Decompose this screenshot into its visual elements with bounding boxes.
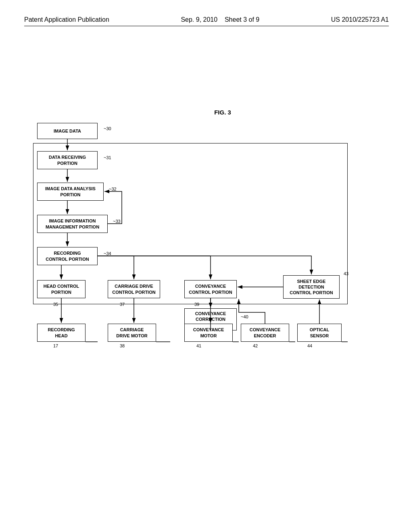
ref-33: ~33 [113, 219, 121, 224]
page: Patent Application Publication Sep. 9, 2… [0, 0, 413, 532]
box-carriage-drive: CARRIAGE DRIVECONTROL PORTION [108, 280, 160, 298]
ref-39: 39 [194, 302, 199, 307]
figure-label: FIG. 3 [56, 109, 389, 116]
header-patent-number: US 2010/225723 A1 [331, 16, 389, 23]
page-header: Patent Application Publication Sep. 9, 2… [24, 16, 389, 26]
box-sheet-edge: SHEET EDGEDETECTIONCONTROL PORTION [283, 275, 340, 299]
box-conveyance-encoder: CONVEYANCEENCODER [241, 324, 289, 342]
ref-34: ~34 [104, 251, 111, 256]
ref-41: 41 [196, 343, 201, 348]
box-head-control: HEAD CONTROLPORTION [37, 280, 86, 298]
ref-30: ~30 [104, 126, 111, 131]
header-date: Sep. 9, 2010 Sheet 3 of 9 [181, 16, 259, 23]
flowchart: IMAGE DATA ~30 DATA RECEIVINGPORTION ~31… [33, 123, 380, 349]
ref-43: 43 [344, 271, 348, 276]
box-conveyance-motor: CONVEYANCEMOTOR [184, 324, 233, 342]
ref-44: 44 [307, 343, 312, 348]
ref-31: ~31 [104, 155, 111, 160]
ref-35: 35 [53, 302, 58, 307]
ref-42: 42 [253, 343, 258, 348]
box-image-analysis: IMAGE DATA ANALYSISPORTION [37, 183, 104, 201]
box-image-data: IMAGE DATA [37, 123, 98, 139]
box-optical-sensor: OPTICALSENSOR [297, 324, 342, 342]
box-carriage-motor: CARRIAGEDRIVE MOTOR [108, 324, 156, 342]
box-recording-control: RECORDINGCONTROL PORTION [37, 247, 98, 265]
box-data-receiving: DATA RECEIVINGPORTION [37, 151, 98, 169]
header-publication-label: Patent Application Publication [24, 16, 109, 23]
box-image-info-mgmt: IMAGE INFORMATIONMANAGEMENT PORTION [37, 215, 108, 233]
ref-17: 17 [53, 343, 58, 348]
ref-40: ~40 [241, 314, 248, 319]
ref-37: 37 [120, 302, 125, 307]
ref-32: ~32 [109, 187, 117, 191]
diagram-area: FIG. 3 IMAGE DATA ~30 DATA RECEIVINGPORT… [24, 109, 389, 349]
box-recording-head: RECORDINGHEAD [37, 324, 86, 342]
ref-38: 38 [120, 343, 125, 348]
box-conveyance-control: CONVEYANCECONTROL PORTION [184, 280, 237, 298]
